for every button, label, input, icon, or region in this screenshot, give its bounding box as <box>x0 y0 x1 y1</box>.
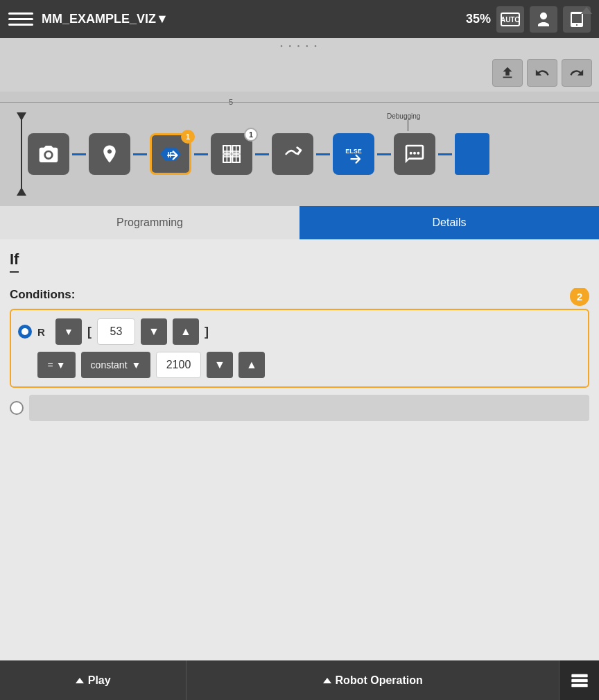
bracket-close: ] <box>205 325 209 339</box>
conditions-badge: 2 <box>570 288 589 306</box>
connector-7 <box>438 153 452 155</box>
condition-1-var: R <box>37 326 50 338</box>
condition-1-const-value: 2100 <box>156 352 201 378</box>
tab-details[interactable]: Details <box>300 206 599 239</box>
condition-row-1-second: = ▼ constant ▼ 2100 ▼ ▲ <box>37 352 581 378</box>
node-sequence: 1 IF 1 <box>28 133 489 175</box>
timeline-ruler: 5 <box>0 92 599 112</box>
node-message[interactable]: Debugging <box>394 133 435 175</box>
redo-button[interactable] <box>562 59 592 87</box>
bracket-open: [ <box>87 325 92 339</box>
condition-1-const-down[interactable]: ▼ <box>207 352 233 378</box>
debugging-label: Debugging <box>387 112 420 120</box>
condition-1-value-up[interactable]: ▲ <box>173 318 199 345</box>
condition-1-value-down[interactable]: ▼ <box>141 318 167 345</box>
settings-button[interactable] <box>559 660 599 700</box>
auto-mode-button[interactable]: AUTO <box>496 6 524 33</box>
hamburger-menu-button[interactable] <box>8 7 33 32</box>
tab-programming[interactable]: Programming <box>0 206 300 239</box>
ruler-mark-5: 5 <box>229 98 233 106</box>
timeline-needle <box>21 112 22 196</box>
timeline-nodes: 1 IF 1 <box>0 112 599 196</box>
svg-rect-14 <box>571 678 587 682</box>
node-arrow-path[interactable] <box>272 133 313 175</box>
timeline-area: 5 1 IF <box>0 92 599 206</box>
drag-handle[interactable]: • • • • • <box>0 38 599 53</box>
node-if[interactable]: 1 IF <box>150 133 191 175</box>
node-table-badge: 1 <box>244 128 258 142</box>
connector-6 <box>377 153 391 155</box>
conditions-header: Conditions: 2 <box>10 288 589 306</box>
svg-rect-15 <box>571 683 587 687</box>
condition-1-operator-dropdown[interactable]: = ▼ <box>37 352 76 378</box>
tabs-row: Programming Details <box>0 206 599 239</box>
zoom-level: 35% <box>466 12 491 26</box>
robot-operation-button[interactable]: Robot Operation <box>186 660 559 700</box>
play-button[interactable]: Play <box>0 660 186 700</box>
condition-1-value: 53 <box>97 318 135 345</box>
svg-point-10 <box>410 152 413 155</box>
app-title: MM_EXAMPLE_VIZ▼ <box>42 12 466 26</box>
robot-op-icon <box>323 678 331 683</box>
play-icon <box>76 678 84 683</box>
empty-condition-area <box>29 395 589 421</box>
empty-condition-radio[interactable] <box>10 401 24 415</box>
node-else[interactable]: ELSE <box>333 133 374 175</box>
connector-4 <box>255 153 269 155</box>
upload-button[interactable] <box>492 59 523 87</box>
node-locator[interactable] <box>89 133 130 175</box>
drag-dots: • • • • • <box>280 42 319 50</box>
node-camera[interactable] <box>28 133 69 175</box>
undo-button[interactable] <box>527 59 557 87</box>
connector-3 <box>194 153 208 155</box>
connector-5 <box>316 153 330 155</box>
connector-2 <box>133 153 147 155</box>
empty-condition-row <box>10 395 589 421</box>
main-content: If Conditions: 2 R ▼ [ 53 ▼ ▲ ] = ▼ co <box>0 239 599 660</box>
bottom-toolbar: Play Robot Operation <box>0 660 599 700</box>
condition-1-const-up[interactable]: ▲ <box>238 352 265 378</box>
scroll-up-indicator <box>581 7 592 14</box>
debugging-label-container: Debugging <box>387 112 420 131</box>
svg-point-11 <box>413 152 416 155</box>
ruler-line <box>0 102 599 103</box>
settings-icon <box>570 671 589 690</box>
connector-1 <box>72 153 86 155</box>
svg-point-12 <box>417 152 419 155</box>
toolbar-area <box>0 53 599 92</box>
conditions-label: Conditions: <box>10 288 75 301</box>
svg-text:ELSE: ELSE <box>345 148 362 155</box>
svg-text:AUTO: AUTO <box>501 16 520 24</box>
svg-rect-13 <box>571 674 587 677</box>
header-actions: 35% AUTO <box>466 6 591 33</box>
condition-1-radio[interactable] <box>18 325 32 339</box>
condition-1-var-dropdown[interactable]: ▼ <box>55 318 82 345</box>
node-table[interactable]: 1 <box>211 133 252 175</box>
section-title: If <box>10 250 19 273</box>
node-if-badge: 1 <box>181 130 195 144</box>
conditions-box: R ▼ [ 53 ▼ ▲ ] = ▼ constant ▼ 2100 ▼ <box>10 309 589 388</box>
condition-1-type-dropdown[interactable]: constant ▼ <box>81 352 150 378</box>
node-blue-block[interactable] <box>455 133 489 175</box>
header-bar: MM_EXAMPLE_VIZ▼ 35% AUTO <box>0 0 599 38</box>
condition-row-1: R ▼ [ 53 ▼ ▲ ] <box>18 318 581 345</box>
debugging-line <box>408 120 408 131</box>
user-icon-button[interactable] <box>530 6 557 33</box>
